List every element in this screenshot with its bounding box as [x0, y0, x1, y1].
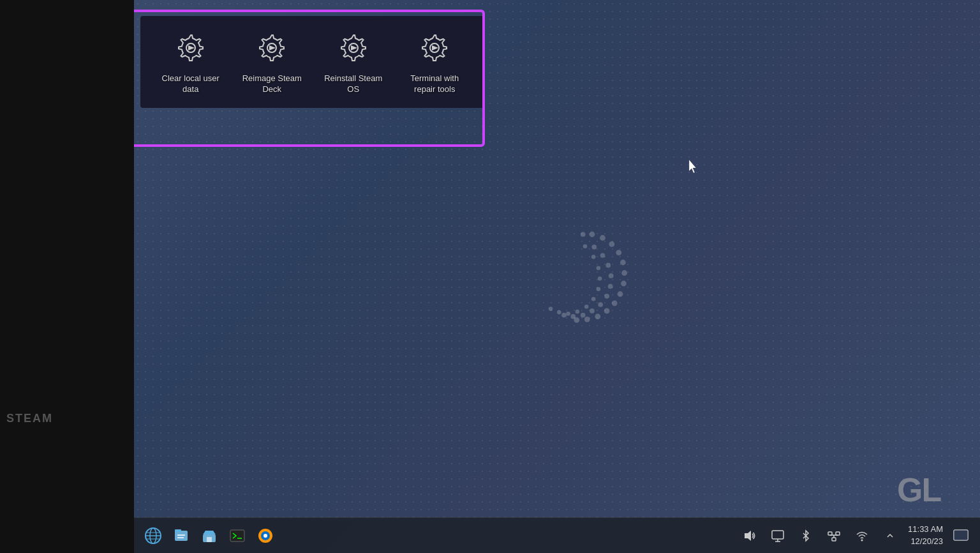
taskbar-right: 11:33 AM 12/20/23 — [738, 524, 980, 547]
svg-point-69 — [861, 539, 863, 541]
svg-point-27 — [597, 266, 601, 271]
svg-rect-61 — [772, 531, 783, 539]
menu-item-reimage-steam-deck[interactable]: Reimage Steam Deck — [237, 29, 307, 95]
svg-point-23 — [570, 314, 575, 319]
watermark-text: GL — [897, 488, 974, 514]
svg-marker-37 — [188, 45, 195, 50]
taskbar-time: 11:33 AM — [908, 524, 943, 535]
svg-point-21 — [590, 308, 595, 314]
reinstall-steam-os-icon — [334, 29, 373, 67]
systray — [738, 524, 902, 547]
desktop: Clear local user data Reimage Steam Deck — [134, 0, 980, 553]
watermark: GL — [897, 471, 974, 515]
taskbar-left — [134, 524, 738, 547]
svg-point-16 — [605, 263, 611, 268]
network-icon[interactable] — [822, 524, 845, 547]
svg-point-8 — [612, 300, 618, 306]
svg-marker-41 — [351, 45, 357, 50]
volume-icon[interactable] — [738, 524, 761, 547]
svg-point-7 — [618, 291, 623, 297]
svg-point-26 — [591, 255, 596, 259]
svg-point-25 — [583, 244, 588, 248]
bluetooth-icon[interactable] — [794, 524, 817, 547]
svg-rect-71 — [954, 530, 968, 540]
clear-local-user-data-label: Clear local user data — [156, 73, 226, 95]
svg-point-17 — [609, 273, 614, 278]
taskbar-date: 12/20/23 — [908, 536, 943, 547]
svg-point-11 — [584, 317, 590, 322]
svg-point-14 — [591, 245, 597, 250]
display-icon[interactable] — [766, 524, 789, 547]
svg-rect-54 — [207, 537, 212, 542]
svg-point-0 — [590, 232, 595, 238]
svg-point-5 — [621, 270, 627, 276]
store-taskbar-icon[interactable] — [198, 524, 221, 547]
svg-point-2 — [609, 241, 614, 247]
steam-logo — [515, 213, 655, 354]
firefox-taskbar-icon[interactable] — [254, 524, 277, 547]
svg-point-6 — [621, 281, 627, 287]
svg-marker-60 — [745, 531, 751, 541]
svg-point-3 — [616, 250, 621, 255]
svg-point-24 — [561, 313, 567, 318]
svg-point-15 — [600, 253, 605, 258]
clear-local-user-data-icon — [172, 29, 210, 67]
svg-text:GL: GL — [897, 471, 941, 508]
left-strip: STEAM — [0, 0, 134, 553]
svg-point-10 — [595, 314, 600, 319]
svg-point-13 — [581, 232, 586, 237]
files-taskbar-icon[interactable] — [170, 524, 193, 547]
taskbar-clock: 11:33 AM 12/20/23 — [908, 524, 943, 547]
svg-point-32 — [575, 310, 580, 314]
screen-icon[interactable] — [949, 524, 972, 547]
svg-rect-50 — [175, 529, 181, 532]
terminal-with-repair-tools-label: Terminal with repair tools — [399, 73, 470, 95]
svg-rect-64 — [832, 538, 836, 541]
browser-taskbar-icon[interactable] — [142, 524, 165, 547]
terminal-with-repair-tools-icon — [415, 29, 454, 67]
svg-point-18 — [608, 284, 613, 289]
svg-point-34 — [557, 310, 561, 315]
svg-point-29 — [597, 287, 601, 292]
expand-icon[interactable] — [879, 524, 902, 547]
repair-menu: Clear local user data Reimage Steam Deck — [140, 16, 485, 108]
terminal-taskbar-icon[interactable] — [226, 524, 249, 547]
svg-rect-49 — [175, 531, 188, 541]
svg-rect-55 — [230, 530, 244, 542]
svg-marker-43 — [432, 45, 438, 50]
svg-point-19 — [604, 294, 609, 299]
left-strip-label: STEAM — [6, 412, 53, 425]
svg-point-20 — [598, 302, 603, 307]
menu-item-clear-local-user-data[interactable]: Clear local user data — [156, 29, 226, 95]
reimage-steam-deck-icon — [253, 29, 291, 67]
svg-marker-39 — [269, 45, 276, 50]
svg-point-33 — [566, 312, 570, 316]
reinstall-steam-os-label: Reinstall Steam OS — [318, 73, 389, 95]
taskbar: 11:33 AM 12/20/23 — [134, 517, 980, 553]
svg-point-1 — [600, 235, 605, 241]
svg-point-22 — [581, 313, 586, 318]
svg-point-35 — [549, 307, 553, 311]
svg-point-9 — [604, 308, 610, 314]
mouse-cursor — [689, 160, 699, 174]
menu-item-reinstall-steam-os[interactable]: Reinstall Steam OS — [318, 29, 389, 95]
svg-point-28 — [598, 276, 602, 281]
svg-point-59 — [264, 534, 267, 538]
svg-point-31 — [584, 305, 589, 309]
svg-point-30 — [591, 297, 596, 301]
svg-point-4 — [620, 260, 626, 266]
menu-item-terminal-with-repair-tools[interactable]: Terminal with repair tools — [399, 29, 470, 95]
reimage-steam-deck-label: Reimage Steam Deck — [237, 73, 307, 95]
wifi-icon[interactable] — [850, 524, 873, 547]
